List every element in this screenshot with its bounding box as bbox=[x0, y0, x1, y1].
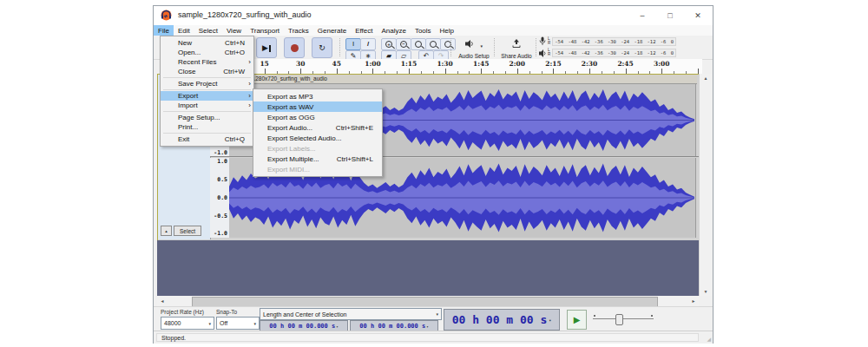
chevron-down-icon: ▾ bbox=[208, 321, 211, 326]
vertical-ruler-label: -1.0 bbox=[214, 230, 227, 237]
export-menu-item-export-as-mp3[interactable]: Export as MP3 bbox=[253, 91, 382, 101]
toolbar-grip[interactable] bbox=[450, 38, 451, 56]
menubar-item-effect[interactable]: Effect bbox=[351, 25, 377, 36]
meter-scale-label: -42 bbox=[582, 50, 590, 56]
menubar-item-tracks[interactable]: Tracks bbox=[284, 25, 313, 36]
meter-toolbar: LR -54-48-42-36-30-24-18-12-60 LR -54-48… bbox=[539, 36, 676, 59]
play-speed-slider[interactable] bbox=[589, 311, 657, 325]
track-select-button[interactable]: Select bbox=[174, 226, 201, 236]
menubar-item-edit[interactable]: Edit bbox=[174, 25, 194, 36]
export-menu-item-export-audio[interactable]: Export Audio...Ctrl+Shift+E bbox=[253, 122, 382, 133]
play-at-speed-button[interactable]: ▶ bbox=[567, 310, 587, 330]
loop-icon: ↻ bbox=[319, 43, 326, 52]
selection-tool-button[interactable]: I bbox=[345, 38, 361, 50]
submenu-arrow-icon: › bbox=[245, 58, 251, 66]
play-at-speed-icon: ▶ bbox=[574, 315, 581, 324]
menu-separator bbox=[163, 133, 251, 134]
export-menu-item-export-as-wav[interactable]: Export as WAV bbox=[253, 101, 382, 112]
loop-button[interactable]: ↻ bbox=[312, 37, 332, 58]
meter-scale-label: -48 bbox=[568, 50, 576, 56]
play-button[interactable]: ▶ bbox=[256, 37, 277, 58]
export-submenu: Export as MP3Export as WAVExport as OGGE… bbox=[253, 88, 383, 177]
file-menu-item-open[interactable]: Open...Ctrl+O bbox=[161, 48, 253, 57]
share-audio-button[interactable]: Share Audio bbox=[497, 36, 536, 58]
fit-project-button[interactable] bbox=[425, 38, 441, 50]
desktop: sample_1280x720_surfing_with_audio – □ ✕… bbox=[0, 0, 868, 347]
file-menu-item-recent-files[interactable]: Recent Files› bbox=[161, 57, 253, 67]
export-menu-item-export-midi: Export MIDI... bbox=[253, 164, 382, 174]
menubar-item-analyze[interactable]: Analyze bbox=[377, 25, 410, 36]
vertical-scrollbar[interactable]: ▲ ▼ bbox=[699, 74, 712, 296]
menubar-item-file[interactable]: File bbox=[154, 25, 174, 36]
meter-scale-label: -12 bbox=[648, 39, 656, 44]
menubar-item-generate[interactable]: Generate bbox=[313, 25, 351, 36]
close-button[interactable]: ✕ bbox=[685, 6, 711, 24]
recording-meter[interactable]: LR -54-48-42-36-30-24-18-12-60 bbox=[539, 36, 676, 47]
zoom-out-button[interactable]: − bbox=[396, 38, 411, 50]
record-icon bbox=[291, 44, 299, 52]
toolbar-grip[interactable] bbox=[536, 38, 536, 56]
slider-thumb[interactable] bbox=[615, 314, 623, 325]
scroll-right-icon[interactable]: ► bbox=[688, 296, 699, 306]
audio-position-display[interactable]: 00 h 00 m 00 s▾ bbox=[444, 309, 560, 331]
file-menu-item-close[interactable]: CloseCtrl+W bbox=[161, 67, 253, 76]
zoom-in-icon: + bbox=[385, 41, 392, 48]
record-button[interactable] bbox=[284, 37, 305, 58]
chevron-down-icon: ▾ bbox=[549, 318, 551, 323]
selection-mode-combo[interactable]: Length and Center of Selection▾ bbox=[260, 308, 442, 320]
scroll-up-icon[interactable]: ▲ bbox=[700, 75, 712, 81]
project-rate-combo[interactable]: 48000▾ bbox=[161, 317, 214, 330]
vertical-ruler-channel-2[interactable]: 1.00.50.0-0.5-1.0 bbox=[210, 158, 230, 238]
file-menu-item-print[interactable]: Print... bbox=[161, 122, 253, 132]
menubar-item-view[interactable]: View bbox=[222, 25, 246, 36]
file-menu-item-exit[interactable]: ExitCtrl+Q bbox=[161, 134, 253, 144]
meter-scale-label: 0 bbox=[671, 39, 674, 44]
status-bar: Stopped. ◢ bbox=[154, 331, 713, 344]
scroll-down-icon[interactable]: ▼ bbox=[700, 289, 712, 294]
envelope-tool-button[interactable]: / bbox=[360, 38, 376, 50]
scroll-left-icon[interactable]: ◄ bbox=[157, 296, 168, 306]
envelope-icon: / bbox=[367, 41, 369, 48]
export-menu-item-export-as-ogg[interactable]: Export as OGG bbox=[253, 112, 382, 122]
meter-scale-label: -30 bbox=[608, 39, 616, 44]
export-menu-item-export-multiple[interactable]: Export Multiple...Ctrl+Shift+L bbox=[253, 154, 382, 164]
file-menu-item-page-setup[interactable]: Page Setup... bbox=[161, 113, 253, 122]
audio-setup-button[interactable]: ▾ Audio Setup bbox=[454, 36, 494, 58]
timeline-label: 2:45 bbox=[615, 60, 637, 68]
toolbar-grip[interactable] bbox=[494, 38, 495, 56]
submenu-arrow-icon: › bbox=[245, 92, 251, 100]
track-collapse-button[interactable]: ▴ bbox=[161, 226, 172, 236]
file-menu-item-new[interactable]: NewCtrl+N bbox=[161, 38, 253, 48]
menubar-item-transport[interactable]: Transport bbox=[246, 25, 284, 36]
submenu-arrow-icon: › bbox=[245, 101, 251, 109]
export-menu-item-export-selected-audio[interactable]: Export Selected Audio... bbox=[253, 133, 382, 143]
timeline-label: 1:30 bbox=[434, 60, 457, 68]
speaker-icon: ▾ bbox=[465, 36, 483, 51]
file-menu-item-export[interactable]: Export› bbox=[161, 91, 253, 101]
fit-project-icon bbox=[430, 41, 437, 48]
timeline-ruler[interactable]: 1530451:001:151:301:452:002:152:302:453:… bbox=[228, 59, 702, 75]
file-menu-item-import[interactable]: Import› bbox=[161, 101, 253, 110]
toolbar-grip[interactable] bbox=[339, 38, 340, 56]
menubar-item-help[interactable]: Help bbox=[436, 25, 458, 36]
menubar-item-select[interactable]: Select bbox=[194, 25, 222, 36]
zoom-in-button[interactable]: + bbox=[381, 38, 397, 50]
chevron-down-icon: ▾ bbox=[253, 321, 256, 326]
resize-grip-icon[interactable]: ◢ bbox=[707, 336, 711, 342]
timeline-label: 15 bbox=[253, 60, 276, 68]
horizontal-scrollbar[interactable]: ◄ ► bbox=[157, 296, 699, 306]
timeline-label: 30 bbox=[289, 60, 312, 68]
menubar-item-tools[interactable]: Tools bbox=[411, 25, 436, 36]
fit-selection-button[interactable] bbox=[411, 38, 426, 50]
snap-to-label: Snap-To bbox=[216, 309, 237, 315]
play-icon: ▶ bbox=[262, 43, 271, 52]
minimize-button[interactable]: – bbox=[629, 6, 655, 24]
maximize-button[interactable]: □ bbox=[657, 6, 683, 24]
audio-setup-label: Audio Setup bbox=[458, 53, 489, 59]
file-menu-item-save-project[interactable]: Save Project› bbox=[161, 79, 253, 88]
snap-to-combo[interactable]: Off▾ bbox=[216, 317, 260, 330]
clip-title-bar[interactable]: sample_1280x720_surfing_with_audio bbox=[229, 75, 697, 84]
chevron-down-icon: ▾ bbox=[336, 324, 338, 329]
meter-scale-label: -6 bbox=[661, 50, 667, 56]
playback-meter[interactable]: LR -54-48-42-36-30-24-18-12-60 bbox=[539, 47, 676, 58]
